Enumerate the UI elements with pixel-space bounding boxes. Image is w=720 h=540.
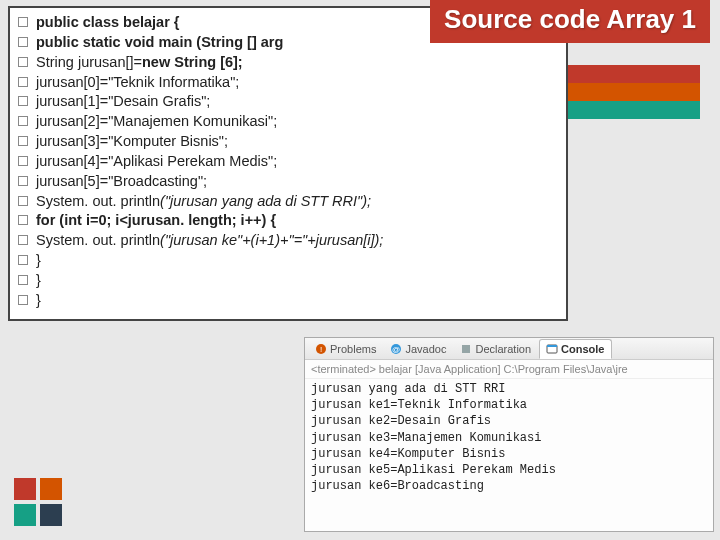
bullet-icon [18, 57, 28, 67]
code-line: jurusan[0]="Teknik Informatika"; [18, 73, 558, 92]
code-text: public class belajar { [36, 13, 179, 32]
tab-label: Problems [330, 343, 376, 355]
code-text: jurusan[0]="Teknik Informatika"; [36, 73, 239, 92]
tab-label: Console [561, 343, 604, 355]
code-text: jurusan[2]="Manajemen Komunikasi"; [36, 112, 277, 131]
code-text: public static void main (String [] arg [36, 33, 283, 52]
bullet-icon [18, 136, 28, 146]
bullet-icon [18, 176, 28, 186]
svg-text:@: @ [392, 345, 400, 354]
code-line: } [18, 271, 558, 290]
svg-text:!: ! [320, 345, 322, 354]
slide-title: Source code Array 1 [430, 0, 710, 43]
tab-label: Javadoc [405, 343, 446, 355]
console-icon [546, 343, 558, 355]
code-line: } [18, 291, 558, 310]
bullet-icon [18, 77, 28, 87]
code-line: String jurusan[]=new String [6]; [18, 53, 558, 72]
bullet-icon [18, 116, 28, 126]
code-line: System. out. println("jurusan ke"+(i+1)+… [18, 231, 558, 250]
code-line: } [18, 251, 558, 270]
problems-icon: ! [315, 343, 327, 355]
bullet-icon [18, 275, 28, 285]
tab-problems[interactable]: ! Problems [309, 339, 382, 359]
code-line: jurusan[5]="Broadcasting"; [18, 172, 558, 191]
console-line: jurusan ke2=Desain Grafis [311, 413, 707, 429]
bullet-icon [18, 17, 28, 27]
code-line: jurusan[2]="Manajemen Komunikasi"; [18, 112, 558, 131]
console-tabs: ! Problems @ Javadoc Declaration Console [305, 338, 713, 360]
console-line: jurusan ke6=Broadcasting [311, 478, 707, 494]
bullet-icon [18, 96, 28, 106]
code-text: System. out. println("jurusan yang ada d… [36, 192, 371, 211]
bullet-icon [18, 196, 28, 206]
code-line: System. out. println("jurusan yang ada d… [18, 192, 558, 211]
tab-javadoc[interactable]: @ Javadoc [384, 339, 452, 359]
code-block: public class belajar {public static void… [8, 6, 568, 321]
svg-rect-4 [462, 345, 470, 353]
bullet-icon [18, 215, 28, 225]
svg-rect-6 [547, 345, 557, 347]
bullet-icon [18, 37, 28, 47]
bullet-icon [18, 295, 28, 305]
code-line: jurusan[1]="Desain Grafis"; [18, 92, 558, 111]
code-line: jurusan[3]="Komputer Bisnis"; [18, 132, 558, 151]
console-output: jurusan yang ada di STT RRIjurusan ke1=T… [305, 379, 713, 496]
code-text: jurusan[4]="Aplikasi Perekam Medis"; [36, 152, 277, 171]
console-line: jurusan ke1=Teknik Informatika [311, 397, 707, 413]
console-line: jurusan yang ada di STT RRI [311, 381, 707, 397]
declaration-icon [460, 343, 472, 355]
code-text: } [36, 291, 41, 310]
tab-console[interactable]: Console [539, 339, 611, 359]
console-line: jurusan ke3=Manajemen Komunikasi [311, 430, 707, 446]
code-text: jurusan[3]="Komputer Bisnis"; [36, 132, 228, 151]
code-line: jurusan[4]="Aplikasi Perekam Medis"; [18, 152, 558, 171]
logo-squares [14, 478, 62, 526]
bullet-icon [18, 255, 28, 265]
tab-label: Declaration [475, 343, 531, 355]
bullet-icon [18, 235, 28, 245]
code-line: for (int i=0; i<jurusan. length; i++) { [18, 211, 558, 230]
javadoc-icon: @ [390, 343, 402, 355]
bullet-icon [18, 156, 28, 166]
code-text: } [36, 271, 41, 290]
code-text: String jurusan[]=new String [6]; [36, 53, 243, 72]
tab-declaration[interactable]: Declaration [454, 339, 537, 359]
code-text: jurusan[5]="Broadcasting"; [36, 172, 207, 191]
code-text: System. out. println("jurusan ke"+(i+1)+… [36, 231, 383, 250]
console-header: <terminated> belajar [Java Application] … [305, 360, 713, 379]
console-line: jurusan ke4=Komputer Bisnis [311, 446, 707, 462]
console-line: jurusan ke5=Aplikasi Perekam Medis [311, 462, 707, 478]
console-panel: ! Problems @ Javadoc Declaration Console… [304, 337, 714, 532]
code-text: for (int i=0; i<jurusan. length; i++) { [36, 211, 276, 230]
code-text: jurusan[1]="Desain Grafis"; [36, 92, 210, 111]
code-text: } [36, 251, 41, 270]
